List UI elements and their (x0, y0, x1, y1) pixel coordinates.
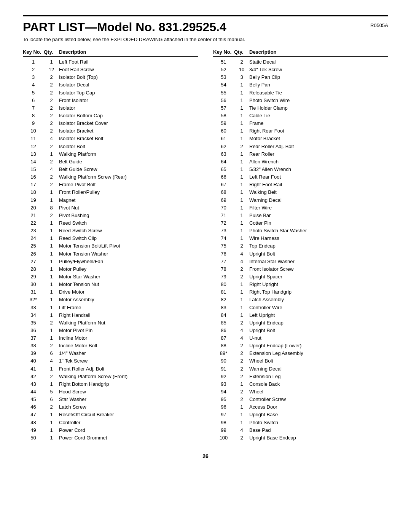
part-key: 52 (213, 66, 234, 73)
part-desc: Upright Base (249, 411, 388, 419)
table-row: 14 2 Belt Guide (23, 158, 198, 166)
table-row: 7 2 Isolator (23, 104, 198, 112)
part-desc: Isolator Bracket (59, 127, 198, 135)
part-qty: 2 (234, 365, 249, 373)
part-key: 16 (23, 173, 44, 181)
part-key: 68 (213, 189, 234, 196)
part-qty: 2 (234, 319, 249, 327)
table-row: 81 1 Right Top Handgrip (213, 288, 388, 296)
part-key: 8 (23, 112, 44, 120)
part-qty: 2 (44, 73, 59, 81)
table-row: 25 1 Motor Tension Bolt/Lift Pivot (23, 242, 198, 250)
part-key: 97 (213, 411, 234, 419)
part-qty: 2 (44, 143, 59, 150)
table-row: 53 3 Belly Pan Clip (213, 73, 388, 81)
part-key: 46 (23, 403, 44, 411)
part-key: 44 (23, 388, 44, 396)
left-qty-header: Qty. (44, 49, 59, 55)
part-key: 13 (23, 150, 44, 158)
part-qty: 2 (44, 403, 59, 411)
part-qty: 1 (44, 189, 59, 196)
table-row: 30 1 Motor Tension Nut (23, 281, 198, 288)
part-qty: 1 (44, 258, 59, 265)
part-desc: Reed Switch Clip (59, 235, 198, 242)
part-qty: 1 (234, 97, 249, 104)
part-qty: 1 (234, 197, 249, 204)
part-qty: 1 (234, 173, 249, 181)
part-key: 59 (213, 120, 234, 127)
part-desc: Power Cord (59, 427, 198, 434)
part-qty: 3 (234, 73, 249, 81)
part-qty: 1 (44, 265, 59, 273)
part-desc: Photo Switch (249, 419, 388, 427)
part-qty: 4 (44, 357, 59, 365)
part-qty: 1 (234, 281, 249, 288)
part-desc: Wheel Bolt (249, 357, 388, 365)
part-key: 38 (23, 342, 44, 350)
table-row: 47 1 Reset/Off Circuit Breaker (23, 411, 198, 419)
table-row: 61 1 Motor Bracket (213, 135, 388, 142)
part-qty: 1 (234, 189, 249, 196)
part-qty: 1 (234, 227, 249, 235)
part-qty: 1 (44, 219, 59, 227)
part-key: 15 (23, 166, 44, 173)
part-desc: Upright Endcap (Lower) (249, 342, 388, 350)
table-row: 44 5 Hood Screw (23, 388, 198, 396)
part-desc: Frame Pivot Bolt (59, 181, 198, 189)
part-desc: Left Rear Foot (249, 173, 388, 181)
part-key: 65 (213, 166, 234, 173)
part-desc: Walking Platform Nut (59, 319, 198, 327)
part-qty: 1 (234, 403, 249, 411)
part-desc: Upright Spacer (249, 273, 388, 281)
part-key: 6 (23, 97, 44, 104)
intro-text: To locate the parts listed below, see th… (23, 37, 388, 42)
part-key: 63 (213, 150, 234, 158)
part-desc: Wheel (249, 388, 388, 396)
part-qty: 1 (234, 166, 249, 173)
part-qty: 2 (44, 342, 59, 350)
part-qty: 5 (44, 388, 59, 396)
part-key: 48 (23, 419, 44, 427)
part-qty: 2 (234, 58, 249, 66)
part-desc: Controller (59, 419, 198, 427)
part-desc: Wire Harness (249, 235, 388, 242)
part-desc: 1" Tek Screw (59, 357, 198, 365)
part-desc: Allen Wrench (249, 158, 388, 166)
part-key: 49 (23, 427, 44, 434)
table-row: 42 2 Walking Platform Screw (Front) (23, 373, 198, 380)
part-desc: Isolator Bottom Cap (59, 112, 198, 120)
part-qty: 8 (44, 204, 59, 212)
right-qty-header: Qty. (234, 49, 249, 55)
table-row: 20 8 Pivot Nut (23, 204, 198, 212)
table-row: 71 1 Pulse Bar (213, 212, 388, 219)
part-key: 92 (213, 373, 234, 380)
table-row: 26 1 Motor Tension Washer (23, 250, 198, 258)
part-key: 3 (23, 73, 44, 81)
part-desc: Motor Tension Washer (59, 250, 198, 258)
part-desc: Photo Switch Star Washer (249, 227, 388, 235)
table-row: 39 6 1/4" Washer (23, 350, 198, 357)
part-desc: Reed Switch Screw (59, 227, 198, 235)
part-desc: Upright Bolt (249, 250, 388, 258)
part-key: 7 (23, 104, 44, 112)
part-desc: Top Endcap (249, 242, 388, 250)
part-qty: 2 (44, 112, 59, 120)
part-desc: Right Handrail (59, 312, 198, 319)
part-key: 71 (213, 212, 234, 219)
part-key: 42 (23, 373, 44, 380)
table-row: 89* 2 Extension Leg Assembly (213, 350, 388, 357)
part-qty: 1 (234, 181, 249, 189)
part-desc: Extension Leg Assembly (249, 350, 388, 357)
part-qty: 2 (44, 104, 59, 112)
part-desc: Rear Roller Adj. Bolt (249, 143, 388, 150)
part-desc: Foot Rail Screw (59, 66, 198, 73)
part-key: 96 (213, 403, 234, 411)
part-qty: 1 (44, 312, 59, 319)
table-row: 83 1 Controller Wire (213, 304, 388, 312)
table-row: 45 6 Star Washer (23, 396, 198, 403)
left-col-headers: Key No. Qty. Description (23, 49, 198, 57)
part-key: 25 (23, 242, 44, 250)
part-qty: 1 (44, 304, 59, 312)
table-row: 80 1 Right Upright (213, 281, 388, 288)
part-desc: Pulley/Flywheel/Fan (59, 258, 198, 265)
